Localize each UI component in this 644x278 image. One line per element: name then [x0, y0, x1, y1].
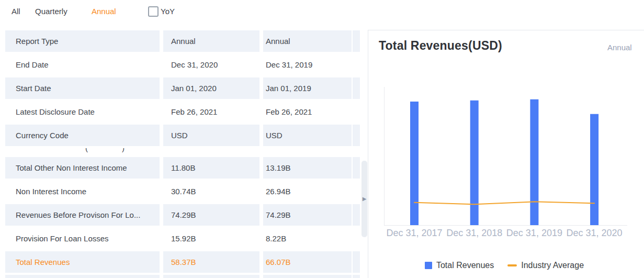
table-row[interactable]: Revenues Before Provison For Lo...74.29B…: [5, 204, 360, 226]
row-value-col1: Dec 31, 2020: [163, 54, 259, 75]
row-value-col1: Annual: [163, 30, 259, 52]
x-tick-label: Dec 31, 2018: [446, 228, 502, 239]
x-tick-label: Dec 31, 2019: [506, 228, 562, 239]
legend-label: Industry Average: [521, 261, 584, 270]
table-row[interactable]: Total Revenues58.37B66.07B: [5, 251, 360, 273]
tab-quarterly[interactable]: Quarterly: [35, 7, 67, 16]
row-label: Revenues Before Provison For Lo...: [5, 204, 160, 226]
row-value-col1: Feb 26, 2021: [163, 101, 259, 123]
row-overflow-sliver: [353, 30, 360, 52]
row-label: Latest Disclosure Date: [5, 101, 160, 123]
row-value-col2: 26.94B: [263, 181, 352, 202]
row-overflow-sliver: [353, 251, 360, 273]
line-swatch-icon: [507, 264, 517, 266]
row-label: Start Date: [5, 77, 160, 99]
table-row[interactable]: Non Interest Income30.74B26.94B: [5, 181, 360, 202]
row-label: Currency Code: [5, 125, 160, 146]
row-value-col1: 30.74B: [163, 181, 259, 202]
row-overflow-sliver: [353, 228, 360, 249]
row-label: Report Type: [5, 30, 160, 52]
table-row[interactable]: Provision For Loan Losses15.92B8.22B: [5, 228, 360, 249]
row-overflow-sliver: [353, 275, 360, 278]
total-revenues-bar: [530, 99, 538, 225]
x-tick-label: Dec 31, 2020: [567, 228, 623, 239]
row-overflow-sliver: [353, 204, 360, 226]
table-row[interactable]: Start DateJan 01, 2020Jan 01, 2019: [5, 77, 360, 99]
clipped-table-row: (): [5, 148, 360, 157]
legend-item-total-revenues[interactable]: Total Revenues: [425, 261, 494, 270]
table-row[interactable]: Total Other Non Interest Income11.80B13.…: [5, 157, 360, 179]
row-value-col2: 13.19B: [263, 157, 352, 179]
row-value-col2: 74.29B: [263, 204, 352, 226]
row-value-col2: Dec 31, 2019: [263, 54, 352, 75]
row-value-col1: 15.92B: [163, 228, 259, 249]
row-label: Total Revenues: [5, 251, 160, 273]
total-revenues-bar: [410, 102, 419, 225]
report-type-toolbar: All Quarterly Annual YoY: [0, 0, 366, 24]
row-value-col1: Jan 01, 2020: [163, 77, 259, 99]
row-value-col1: 58.37B: [163, 251, 259, 273]
row-overflow-sliver: [353, 157, 360, 179]
row-value-col1: 11.80B: [163, 157, 259, 179]
financials-table: Report TypeAnnualAnnualEnd DateDec 31, 2…: [5, 30, 360, 278]
table-row[interactable]: Currency CodeUSDUSD: [5, 125, 360, 146]
row-value-col2: USD: [263, 125, 352, 146]
legend-label: Total Revenues: [436, 261, 494, 270]
clipped-text-fragment: (: [85, 148, 88, 152]
x-axis-labels: Dec 31, 2017 Dec 31, 2018 Dec 31, 2019 D…: [368, 228, 644, 240]
yoy-checkbox-label: YoY: [161, 7, 175, 16]
tab-all[interactable]: All: [12, 7, 20, 16]
revenues-bar-chart: [368, 30, 644, 278]
table-row[interactable]: Latest Disclosure DateFeb 26, 2021Feb 26…: [5, 101, 360, 123]
row-overflow-sliver: [353, 101, 360, 123]
row-value-col1: USD: [163, 125, 259, 146]
legend-item-industry-average[interactable]: Industry Average: [507, 261, 584, 270]
row-label: Total Other Non Interest Income: [5, 157, 160, 179]
chevron-right-icon: ▶: [363, 196, 367, 202]
row-label: Non Interest Income: [5, 181, 160, 202]
row-overflow-sliver: [353, 125, 360, 146]
row-label: Provision For Loan Losses: [5, 228, 160, 249]
row-value-col1: 74.29B: [163, 204, 259, 226]
row-overflow-sliver: [353, 54, 360, 75]
table-row-partial: [5, 275, 360, 278]
total-revenues-bar: [590, 114, 598, 225]
row-value-col2: 8.22B: [263, 228, 352, 249]
row-value-col2: Jan 01, 2019: [263, 77, 352, 99]
yoy-checkbox[interactable]: [148, 6, 159, 17]
bar-swatch-icon: [425, 262, 432, 269]
clipped-text-fragment: ): [122, 148, 125, 152]
row-label: End Date: [5, 54, 160, 75]
x-tick-label: Dec 31, 2017: [386, 228, 442, 239]
row-value-col2: 66.07B: [263, 251, 352, 273]
table-row[interactable]: End DateDec 31, 2020Dec 31, 2019: [5, 54, 360, 75]
row-value-col1: [163, 275, 259, 278]
tab-annual[interactable]: Annual: [92, 7, 116, 16]
row-value-col2: Annual: [263, 30, 352, 52]
total-revenues-bar: [470, 101, 479, 225]
industry-average-line: [414, 202, 594, 204]
row-value-col2: [263, 275, 352, 278]
row-overflow-sliver: [353, 77, 360, 99]
row-value-col2: Feb 26, 2021: [263, 101, 352, 123]
row-overflow-sliver: [353, 181, 360, 202]
chart-legend: Total Revenues Industry Average: [368, 261, 640, 270]
total-revenues-chart-panel: Total Revenues(USD) Annual Dec 31, 2017 …: [368, 30, 644, 278]
panel-expand-handle[interactable]: ▶: [361, 161, 367, 237]
table-row[interactable]: Report TypeAnnualAnnual: [5, 30, 360, 52]
row-label: [5, 275, 160, 278]
